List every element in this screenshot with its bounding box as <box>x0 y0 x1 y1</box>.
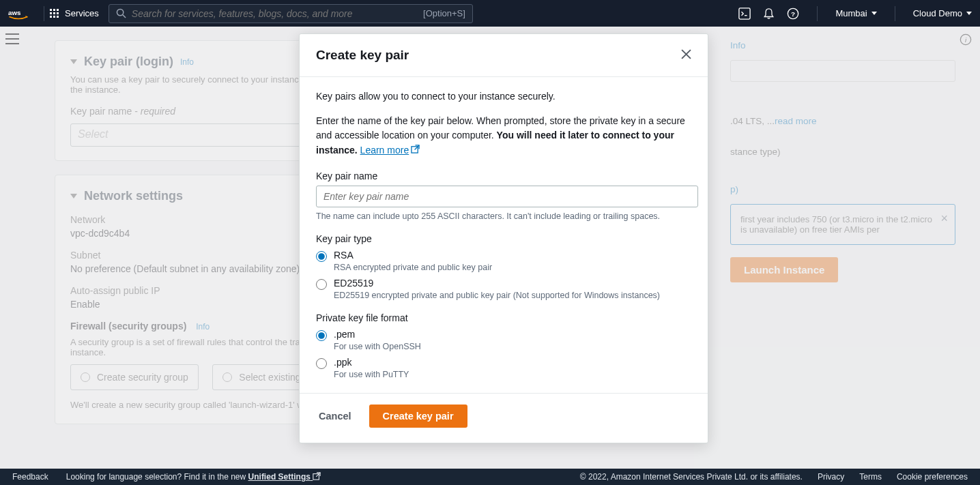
type-ed25519-radio[interactable]: ED25519ED25519 encrypted private and pub… <box>316 278 691 300</box>
radio-input[interactable] <box>316 251 327 262</box>
external-link-icon <box>313 472 321 480</box>
type-rsa-radio[interactable]: RSARSA encrypted private and public key … <box>316 250 691 272</box>
lang-hint: Looking for language selection? Find it … <box>66 472 321 482</box>
unified-settings-link[interactable]: Unified Settings <box>248 472 321 482</box>
svg-rect-3 <box>739 8 750 18</box>
create-key-pair-button[interactable]: Create key pair <box>369 405 467 428</box>
svg-line-12 <box>415 145 420 150</box>
feedback-link[interactable]: Feedback <box>12 472 48 482</box>
cloudshell-icon[interactable] <box>738 8 751 20</box>
terms-link[interactable]: Terms <box>859 472 882 482</box>
close-icon[interactable] <box>681 49 691 62</box>
search-bar[interactable]: [Option+S] <box>109 4 473 23</box>
learn-more-link[interactable]: Learn more <box>360 145 420 156</box>
create-key-pair-modal: Create key pair Key pairs allow you to c… <box>299 33 708 443</box>
services-label: Services <box>65 8 99 18</box>
account-menu[interactable]: Cloud Demo <box>913 8 972 18</box>
privacy-link[interactable]: Privacy <box>818 472 844 482</box>
svg-text:?: ? <box>791 10 795 17</box>
modal-title: Create key pair <box>316 48 409 63</box>
services-menu[interactable]: Services <box>50 8 99 18</box>
svg-point-1 <box>117 9 123 15</box>
radio-input[interactable] <box>316 330 327 341</box>
footer-bar: Feedback Looking for language selection?… <box>0 469 980 485</box>
key-pair-name-input[interactable] <box>316 186 698 207</box>
search-icon <box>116 8 126 18</box>
svg-line-14 <box>316 473 320 477</box>
services-grid-icon <box>50 9 59 18</box>
cookie-prefs-link[interactable]: Cookie preferences <box>897 472 968 482</box>
divider <box>44 6 44 21</box>
key-pair-name-hint: The name can include upto 255 ASCII char… <box>316 211 691 221</box>
external-link-icon <box>411 143 420 158</box>
modal-intro-1: Key pairs allow you to connect to your i… <box>316 89 691 104</box>
file-format-label: Private key file format <box>316 312 691 323</box>
modal-intro-2: Enter the name of the key pair below. Wh… <box>316 114 691 158</box>
format-ppk-radio[interactable]: .ppkFor use with PuTTY <box>316 357 691 379</box>
help-icon[interactable]: ? <box>787 8 799 20</box>
search-input[interactable] <box>132 8 418 19</box>
radio-input[interactable] <box>316 358 327 369</box>
copyright-text: © 2022, Amazon Internet Services Private… <box>580 472 803 482</box>
key-pair-name-label: Key pair name <box>316 171 691 181</box>
svg-text:aws: aws <box>8 8 21 16</box>
key-pair-type-label: Key pair type <box>316 233 691 244</box>
chevron-down-icon <box>966 12 972 15</box>
top-nav: aws Services [Option+S] ? Mumbai Cloud D… <box>0 0 980 27</box>
aws-logo: aws <box>8 8 29 20</box>
divider <box>817 6 818 21</box>
divider <box>895 6 895 21</box>
bell-icon[interactable] <box>763 8 775 20</box>
radio-input[interactable] <box>316 279 327 290</box>
format-pem-radio[interactable]: .pemFor use with OpenSSH <box>316 329 691 351</box>
svg-line-2 <box>123 15 126 18</box>
chevron-down-icon <box>871 12 877 15</box>
search-shortcut: [Option+S] <box>423 8 465 18</box>
region-selector[interactable]: Mumbai <box>835 8 876 18</box>
cancel-button[interactable]: Cancel <box>316 407 354 426</box>
